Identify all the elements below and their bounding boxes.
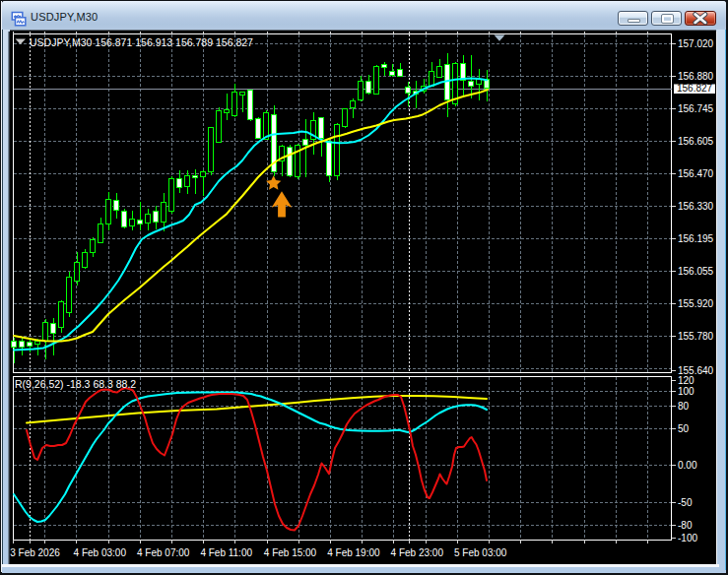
svg-text:USDJPY,M30 156.871 156.913 156: USDJPY,M30 156.871 156.913 156.789 156.8… xyxy=(30,36,253,48)
svg-text:156.470: 156.470 xyxy=(678,168,714,179)
svg-text:-80: -80 xyxy=(678,520,693,531)
svg-text:156.880: 156.880 xyxy=(678,71,714,82)
svg-text:156.195: 156.195 xyxy=(678,233,714,244)
svg-text:4 Feb 15:00: 4 Feb 15:00 xyxy=(264,547,317,558)
svg-text:100: 100 xyxy=(678,386,695,397)
svg-text:80: 80 xyxy=(678,401,690,412)
svg-text:-50: -50 xyxy=(678,497,693,508)
svg-text:4 Feb 19:00: 4 Feb 19:00 xyxy=(327,547,380,558)
svg-text:156.055: 156.055 xyxy=(678,266,714,277)
svg-text:4 Feb 07:00: 4 Feb 07:00 xyxy=(137,547,190,558)
svg-text:4 Feb 03:00: 4 Feb 03:00 xyxy=(74,547,127,558)
svg-text:156.605: 156.605 xyxy=(678,136,714,147)
svg-text:156.745: 156.745 xyxy=(678,103,714,114)
svg-text:R(9,26,52) -18.3 68.3 88.2: R(9,26,52) -18.3 68.3 88.2 xyxy=(15,378,136,390)
svg-text:4 Feb 23:00: 4 Feb 23:00 xyxy=(391,547,444,558)
svg-text:156.330: 156.330 xyxy=(678,201,714,212)
svg-text:155.780: 155.780 xyxy=(678,331,714,342)
svg-text:156.827: 156.827 xyxy=(677,83,713,94)
svg-text:155.920: 155.920 xyxy=(678,298,714,309)
svg-text:3 Feb 2026: 3 Feb 2026 xyxy=(10,547,60,558)
svg-text:120: 120 xyxy=(678,375,695,386)
svg-text:-100: -100 xyxy=(678,533,697,543)
svg-text:157.020: 157.020 xyxy=(678,38,714,49)
svg-text:50: 50 xyxy=(678,423,690,434)
svg-text:0.00: 0.00 xyxy=(678,460,697,471)
svg-text:4 Feb 11:00: 4 Feb 11:00 xyxy=(200,547,252,558)
svg-text:5 Feb 03:00: 5 Feb 03:00 xyxy=(454,547,507,558)
